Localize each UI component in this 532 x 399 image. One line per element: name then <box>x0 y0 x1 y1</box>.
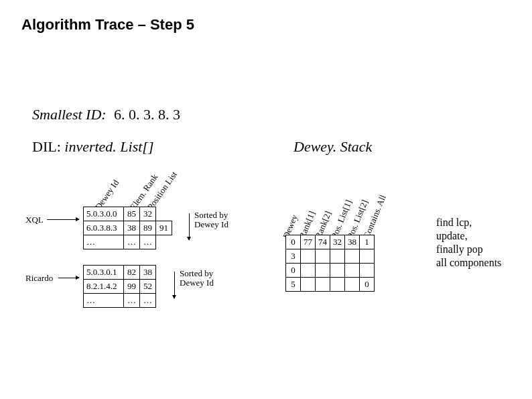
cell <box>156 235 172 249</box>
cell: 0 <box>360 278 375 292</box>
cell <box>345 278 360 292</box>
xql-sorted-label: Sorted by Dewey Id <box>194 211 228 230</box>
cell: 74 <box>316 235 330 249</box>
xql-arrow-icon <box>47 219 79 220</box>
sorted-key-text: Dewey Id <box>194 219 228 229</box>
cell: 0 <box>286 264 301 278</box>
ricardo-arrow-icon <box>58 278 79 278</box>
table-row: 0 77 74 32 38 1 <box>286 235 375 249</box>
cell <box>301 249 316 264</box>
table-row: 5.0.3.0.1 82 38 <box>84 266 156 280</box>
table-row: 6.0.3.8.3 38 89 91 <box>84 221 172 235</box>
table-row: … … … <box>84 294 156 308</box>
cell: 77 <box>301 235 316 249</box>
cell: 38 <box>140 266 156 280</box>
cell: 1 <box>360 235 375 249</box>
table-row: 8.2.1.4.2 99 52 <box>84 280 156 294</box>
note-line-2: update, <box>436 230 468 241</box>
table-row: 3 <box>286 249 375 264</box>
dil-label: DIL: inverted. List[] <box>32 138 154 156</box>
side-note: find lcp, update, finally pop all compon… <box>436 216 501 270</box>
cell: … <box>124 235 140 249</box>
dil-diagram: Dewey Id Elem. Rank Position List XQL 5.… <box>25 174 273 315</box>
cell <box>316 264 330 278</box>
xql-sort-arrow-icon <box>189 213 190 240</box>
smallest-id-line: Smallest ID: 6. 0. 3. 8. 3 <box>32 106 180 123</box>
sorted-by-text: Sorted by <box>194 210 228 220</box>
cell: … <box>84 294 124 308</box>
cell: 5.0.3.0.1 <box>84 266 124 280</box>
cell <box>360 249 375 264</box>
table-row: 5.0.3.0.0 85 32 <box>84 207 172 221</box>
table-row: 5 0 <box>286 278 375 292</box>
dewey-stack-table: 0 77 74 32 38 1 3 0 5 <box>285 235 375 292</box>
cell: 0 <box>286 235 301 249</box>
ricardo-table: 5.0.3.0.1 82 38 8.2.1.4.2 99 52 … … … <box>83 265 156 308</box>
dewey-stack-label: Dewey. Stack <box>293 138 372 156</box>
cell: 99 <box>124 280 140 294</box>
cell: 6.0.3.8.3 <box>84 221 124 235</box>
cell: 38 <box>345 235 360 249</box>
cell <box>360 264 375 278</box>
cell <box>156 207 172 221</box>
xql-table: 5.0.3.0.0 85 32 6.0.3.8.3 38 89 91 … … … <box>83 207 172 249</box>
cell: 32 <box>140 207 156 221</box>
cell: 8.2.1.4.2 <box>84 280 124 294</box>
dil-rest: inverted. List[] <box>64 138 153 155</box>
smallest-id-label: Smallest ID: <box>32 106 107 123</box>
cell: 85 <box>124 207 140 221</box>
dewey-stack-diagram: Dewey Rank[1] Rank[2] Pos. List[1] Pos. … <box>284 174 425 308</box>
cell: 52 <box>140 280 156 294</box>
note-line-4: all components <box>436 257 501 268</box>
cell <box>330 249 345 264</box>
table-row: … … … <box>84 235 172 249</box>
cell <box>330 278 345 292</box>
table-row: 0 <box>286 264 375 278</box>
dil-prefix: DIL: <box>32 138 61 155</box>
cell: 91 <box>156 221 172 235</box>
note-line-3: finally pop <box>436 243 483 255</box>
sorted-key-text: Dewey Id <box>180 278 214 288</box>
cell <box>316 278 330 292</box>
ricardo-row-label: Ricardo <box>25 273 53 284</box>
cell <box>345 264 360 278</box>
cell <box>345 249 360 264</box>
page-title: Algorithm Trace – Step 5 <box>21 16 194 34</box>
ricardo-sort-arrow-icon <box>174 272 175 298</box>
cell: 5.0.3.0.0 <box>84 207 124 221</box>
cell: 3 <box>286 249 301 264</box>
sorted-by-text: Sorted by <box>180 268 213 278</box>
cell: 32 <box>330 235 345 249</box>
cell: 38 <box>124 221 140 235</box>
cell <box>301 278 316 292</box>
smallest-id-value: 6. 0. 3. 8. 3 <box>114 106 180 123</box>
cell: … <box>140 235 156 249</box>
cell: 82 <box>124 266 140 280</box>
ricardo-sorted-label: Sorted by Dewey Id <box>180 269 214 288</box>
cell: … <box>124 294 140 308</box>
note-line-1: find lcp, <box>436 217 472 228</box>
cell: 89 <box>140 221 156 235</box>
cell: … <box>84 235 124 249</box>
cell: 5 <box>286 278 301 292</box>
cell <box>316 249 330 264</box>
cell <box>301 264 316 278</box>
cell: … <box>140 294 156 308</box>
cell <box>330 264 345 278</box>
xql-row-label: XQL <box>25 215 44 225</box>
